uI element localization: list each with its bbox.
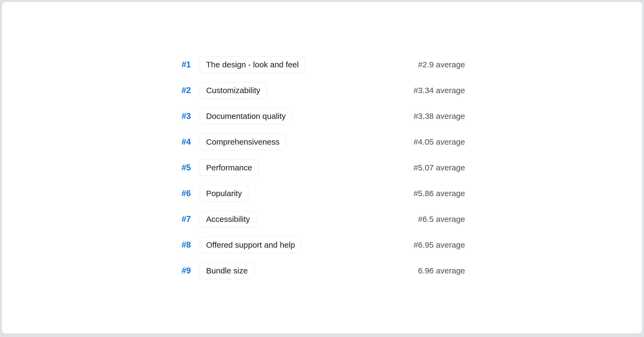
rank-number: #3 (179, 111, 191, 121)
option-label: Popularity (206, 189, 242, 198)
ranking-row: #1 The design - look and feel #2.9 avera… (179, 56, 465, 73)
average-score: #3.38 average (414, 112, 465, 121)
rank-number: #9 (179, 266, 191, 276)
ranking-row: #2 Customizability #3.34 average (179, 82, 465, 99)
option-label: Accessibility (206, 215, 250, 224)
option-label: Customizability (206, 86, 260, 95)
option-chip: Accessibility (200, 211, 256, 228)
ranking-row: #3 Documentation quality #3.38 average (179, 108, 465, 124)
ranking-list: #1 The design - look and feel #2.9 avera… (179, 56, 465, 279)
rank-number: #1 (179, 60, 191, 69)
results-card: #1 The design - look and feel #2.9 avera… (2, 2, 642, 334)
option-chip: Offered support and help (200, 237, 301, 253)
option-label: Offered support and help (206, 240, 295, 250)
option-chip: Popularity (200, 185, 248, 202)
option-label: Performance (206, 163, 252, 172)
ranking-row: #4 Comprehensiveness #4.05 average (179, 134, 465, 150)
option-chip: Performance (200, 159, 259, 176)
average-score: #2.9 average (418, 60, 465, 69)
ranking-row: #7 Accessibility #6.5 average (179, 211, 465, 228)
average-score: #6.95 average (414, 240, 465, 250)
ranking-row: #5 Performance #5.07 average (179, 159, 465, 176)
option-label: Bundle size (206, 266, 248, 275)
option-chip: The design - look and feel (200, 56, 305, 73)
rank-number: #2 (179, 86, 191, 95)
average-score: #5.86 average (414, 189, 465, 198)
average-score: 6.96 average (418, 266, 465, 275)
option-chip: Customizability (200, 82, 267, 99)
rank-number: #7 (179, 214, 191, 224)
rank-number: #5 (179, 163, 191, 173)
average-score: #3.34 average (414, 86, 465, 95)
average-score: #5.07 average (414, 163, 465, 172)
average-score: #4.05 average (414, 137, 465, 146)
option-label: Comprehensiveness (206, 137, 279, 146)
ranking-row: #8 Offered support and help #6.95 averag… (179, 237, 465, 253)
option-chip: Documentation quality (200, 108, 292, 124)
average-score: #6.5 average (418, 215, 465, 224)
option-label: The design - look and feel (206, 60, 299, 69)
ranking-row: #9 Bundle size 6.96 average (179, 262, 465, 279)
rank-number: #8 (179, 240, 191, 250)
rank-number: #6 (179, 189, 191, 198)
option-chip: Comprehensiveness (200, 134, 286, 150)
ranking-row: #6 Popularity #5.86 average (179, 185, 465, 202)
rank-number: #4 (179, 137, 191, 147)
option-chip: Bundle size (200, 262, 254, 279)
option-label: Documentation quality (206, 112, 286, 121)
